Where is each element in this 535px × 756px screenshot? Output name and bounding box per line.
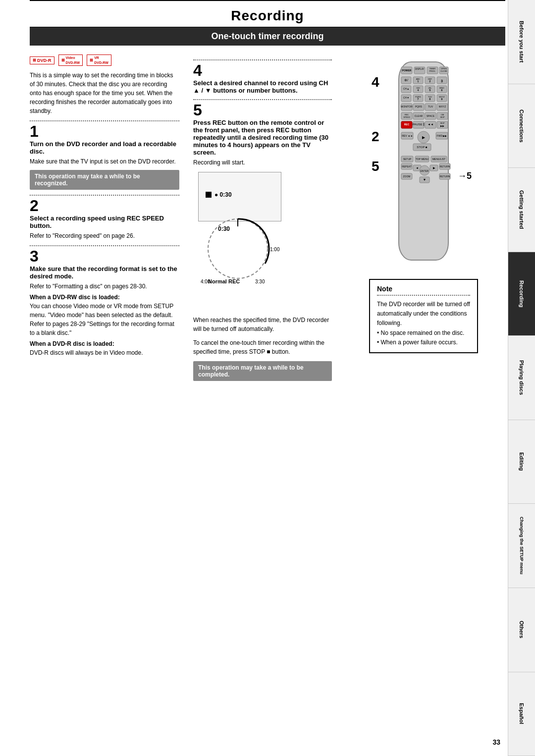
- screen-box: ● 0:30: [198, 172, 281, 221]
- step-3-sub1-heading: When a DVD-RW disc is loaded:: [30, 294, 179, 301]
- dvdrw-video-logo: ⊠ VideoDVD-RW: [58, 54, 83, 66]
- when-specified-text: When reaches the specified time, the DVD…: [193, 316, 332, 333]
- dotted-sep-1: [30, 120, 179, 121]
- svg-text:CLEAR: CLEAR: [415, 114, 423, 117]
- svg-text:SKIP: SKIP: [440, 116, 444, 118]
- step-2-num: 2: [30, 198, 179, 214]
- svg-text:0:30: 0:30: [230, 216, 240, 217]
- right-column: 4 2 5 →5 POWER DISPLAY TIMER PROG.: [337, 54, 505, 385]
- step-1-note: This operation may take a while to be re…: [30, 170, 179, 190]
- svg-text:1: 1: [418, 80, 419, 83]
- side-tabs: Before you start Connections Getting sta…: [508, 0, 535, 756]
- remote-step-5: 5: [372, 159, 379, 174]
- svg-text:SPEED: SPEED: [403, 116, 410, 118]
- svg-text:ZOOM: ZOOM: [403, 175, 411, 178]
- dvdrw-vr-logo: ⊠ VRDVD-RW: [87, 54, 111, 66]
- svg-text:SPACE: SPACE: [427, 114, 435, 117]
- clock-top-label: ● 0:30: [206, 191, 232, 198]
- left-column: ⊠ DVD-R ⊠ VideoDVD-RW ⊠ VRDVD-RW This is…: [30, 54, 188, 385]
- tab-others[interactable]: Others: [508, 588, 535, 672]
- svg-text:REV ◄◄: REV ◄◄: [402, 134, 413, 137]
- step-2-heading: Select a recording speed using REC SPEED…: [30, 215, 179, 229]
- tab-recording[interactable]: Recording: [508, 252, 535, 336]
- step-4-num: 4: [193, 62, 332, 78]
- svg-text:RETURN: RETURN: [440, 175, 450, 178]
- cancel-text: To cancel the one-touch timer recording …: [193, 338, 332, 356]
- remote-step-5-arrow: →5: [458, 171, 472, 181]
- tab-editing[interactable]: Editing: [508, 420, 535, 504]
- clock-dot: [206, 192, 212, 198]
- svg-text:CH▼: CH▼: [403, 96, 409, 99]
- svg-text:CH▲: CH▲: [403, 87, 409, 90]
- svg-text:3: 3: [441, 79, 443, 83]
- tab-before-you-start[interactable]: Before you start: [508, 0, 535, 84]
- svg-text:REPEAT: REPEAT: [402, 165, 412, 168]
- step-5-note: This operation may take a while to be co…: [193, 361, 332, 381]
- step-3-sub1-body: You can choose Video mode or VR mode fro…: [30, 302, 179, 337]
- svg-text:ENTER: ENTER: [421, 169, 429, 172]
- svg-text:TUV: TUV: [428, 105, 433, 108]
- svg-text:2: 2: [429, 80, 431, 83]
- svg-text:▼: ▼: [423, 178, 427, 181]
- page-title-bar: Recording: [30, 0, 505, 27]
- note-line-1: The DVD recorder will be turned off auto…: [377, 300, 470, 328]
- svg-text:DISPLAY: DISPLAY: [415, 68, 425, 70]
- svg-text:PROG.: PROG.: [429, 70, 436, 72]
- step-3-body: Refer to "Formatting a disc" on pages 28…: [30, 282, 179, 291]
- svg-text:3:30: 3:30: [255, 279, 265, 284]
- svg-text:RETURN: RETURN: [440, 165, 450, 168]
- dvdr-logo: ⊠ DVD-R: [30, 56, 54, 64]
- dotted-sep-5: [193, 99, 332, 100]
- clock-circle-svg: Normal REC 0:30 1:00 4:00 3:30: [198, 216, 287, 286]
- dotted-sep-2: [30, 195, 179, 196]
- note-body: The DVD recorder will be turned off auto…: [377, 300, 470, 347]
- svg-text:PAUSE ‖: PAUSE ‖: [413, 123, 425, 126]
- svg-point-0: [208, 219, 268, 278]
- remote-step-4: 4: [372, 74, 379, 90]
- tab-espanol[interactable]: Español: [508, 672, 535, 756]
- dotted-sep-3: [30, 245, 179, 246]
- svg-text:WXYZ: WXYZ: [439, 105, 446, 108]
- main-content: ⊠ DVD-R ⊠ VideoDVD-RW ⊠ VRDVD-RW This is…: [30, 54, 505, 385]
- svg-text:▶▶: ▶▶: [440, 124, 444, 127]
- note-dotted: [377, 295, 470, 296]
- step-1-num: 1: [30, 123, 179, 139]
- note-section: Note The DVD recorder will be turned off…: [369, 279, 478, 353]
- tab-changing-setup[interactable]: Changing the SETUP menu: [508, 504, 535, 588]
- svg-text:MENU/LIST: MENU/LIST: [432, 158, 446, 161]
- section-header: One-touch timer recording: [30, 27, 505, 46]
- step-5-heading: Press REC button on the remote control o…: [193, 119, 332, 156]
- svg-text:7: 7: [418, 98, 419, 101]
- svg-text:▶: ▶: [433, 166, 435, 169]
- svg-text:▶: ▶: [422, 135, 426, 140]
- step-1-heading: Turn on the DVD recorder and load a reco…: [30, 140, 179, 155]
- svg-text:REC: REC: [404, 123, 410, 126]
- step-3-sub2-heading: When a DVD-R disc is loaded:: [30, 340, 179, 347]
- svg-text:1:00: 1:00: [270, 247, 280, 252]
- svg-text:◄: ◄: [416, 166, 419, 169]
- svg-text:CLOSE: CLOSE: [440, 70, 447, 72]
- note-line-3: • When a power failure occurs.: [377, 338, 470, 347]
- svg-text:◄◄: ◄◄: [428, 123, 433, 126]
- step-5-num: 5: [193, 102, 332, 118]
- svg-text:5: 5: [429, 89, 431, 92]
- note-line-2: • No space remained on the disc.: [377, 328, 470, 338]
- tab-playing-discs[interactable]: Playing discs: [508, 336, 535, 420]
- tab-getting-started[interactable]: Getting started: [508, 168, 535, 252]
- step-1-body: Make sure that the TV input is set on th…: [30, 157, 179, 166]
- page-title: Recording: [30, 8, 505, 24]
- svg-text:4:00: 4:00: [201, 279, 211, 284]
- step-2-body: Refer to "Recording speed" on page 26.: [30, 231, 179, 240]
- tab-connections[interactable]: Connections: [508, 84, 535, 168]
- remote-step-2: 2: [372, 129, 379, 145]
- svg-text:STOP ■: STOP ■: [417, 146, 428, 149]
- step-4-heading: Select a desired channel to record using…: [193, 79, 332, 94]
- mid-column: 4 Select a desired channel to record usi…: [188, 54, 337, 385]
- step-3-sub2-body: DVD-R discs will always be in Video mode…: [30, 348, 179, 357]
- svg-text:POWER: POWER: [402, 69, 412, 72]
- svg-text:6: 6: [441, 89, 443, 92]
- svg-text:TOP MENU: TOP MENU: [416, 158, 429, 161]
- step-5-body: Recording will start.: [193, 158, 332, 167]
- remote-section: 4 2 5 →5 POWER DISPLAY TIMER PROG.: [391, 59, 456, 269]
- svg-text:9: 9: [441, 98, 443, 101]
